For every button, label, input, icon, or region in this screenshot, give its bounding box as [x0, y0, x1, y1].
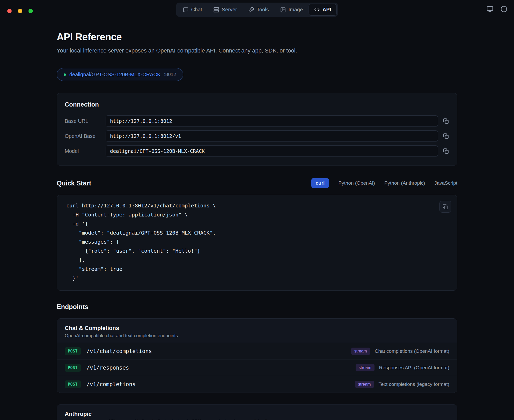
endpoint-group-header: Anthropic Anthropic Messages API — use w…: [57, 404, 457, 420]
base-url-field[interactable]: http://127.0.0.1:8012: [106, 115, 438, 127]
copy-icon: [443, 204, 448, 209]
connection-row-openai-base: OpenAI Base http://127.0.0.1:8012/v1: [65, 130, 449, 142]
endpoint-path: /v1/chat/completions: [86, 348, 152, 354]
chat-icon: [183, 7, 189, 13]
tab-label: Chat: [191, 7, 202, 13]
openai-base-label: OpenAI Base: [65, 133, 106, 139]
titlebar: Chat Server Tools Image API: [0, 0, 514, 19]
endpoint-description: Responses API (OpenAI format): [379, 365, 449, 371]
stream-badge: stream: [355, 381, 374, 388]
method-badge: POST: [65, 364, 81, 372]
copy-icon: [443, 133, 449, 139]
tab-tools[interactable]: Tools: [243, 4, 274, 16]
model-name: dealignai/GPT-OSS-120B-MLX-CRACK: [69, 72, 160, 78]
traffic-lights: [7, 9, 33, 13]
tab-image[interactable]: Image: [275, 4, 308, 16]
image-icon: [280, 7, 286, 13]
connection-row-base-url: Base URL http://127.0.0.1:8012: [65, 115, 449, 127]
copy-model-button[interactable]: [443, 148, 449, 154]
endpoint-group-description: Anthropic Messages API — use with Claude…: [65, 419, 449, 420]
endpoint-group-chat-completions: Chat & Completions OpenAI-compatible cha…: [57, 318, 457, 393]
main-nav: Chat Server Tools Image API: [176, 3, 338, 17]
method-badge: POST: [65, 347, 81, 355]
model-field[interactable]: dealignai/GPT-OSS-120B-MLX-CRACK: [106, 145, 438, 157]
minimize-window-button[interactable]: [18, 9, 22, 13]
tools-icon: [248, 7, 254, 13]
stream-badge: stream: [351, 348, 370, 355]
tab-javascript[interactable]: JavaScript: [434, 180, 457, 186]
tab-python-openai[interactable]: Python (OpenAI): [338, 180, 375, 186]
quick-start-header: Quick Start curl Python (OpenAI) Python …: [57, 178, 457, 188]
tab-label: Image: [288, 7, 303, 13]
tab-label: Tools: [257, 7, 269, 13]
page-subtitle: Your local inference server exposes an O…: [57, 47, 457, 54]
tab-server[interactable]: Server: [208, 4, 243, 16]
close-window-button[interactable]: [7, 9, 12, 13]
connection-card: Connection Base URL http://127.0.0.1:801…: [57, 93, 457, 166]
quick-start-language-tabs: curl Python (OpenAI) Python (Anthropic) …: [311, 178, 457, 188]
page-title: API Reference: [57, 32, 457, 43]
model-port: :8012: [164, 72, 176, 77]
method-badge: POST: [65, 380, 81, 388]
zoom-window-button[interactable]: [28, 9, 33, 13]
server-icon: [214, 7, 219, 13]
tab-label: Server: [222, 7, 237, 13]
titlebar-actions: [487, 6, 507, 13]
info-icon[interactable]: [501, 6, 507, 13]
endpoint-description: Chat completions (OpenAI format): [375, 348, 449, 354]
endpoint-path: /v1/responses: [86, 365, 129, 371]
connection-row-model: Model dealignai/GPT-OSS-120B-MLX-CRACK: [65, 145, 449, 157]
endpoint-group-description: OpenAI-compatible chat and text completi…: [65, 333, 449, 339]
stream-badge: stream: [356, 364, 375, 371]
endpoint-row-chat-completions: POST /v1/chat/completions stream Chat co…: [57, 343, 457, 359]
copy-icon: [443, 148, 449, 154]
code-block: curl http://127.0.0.1:8012/v1/chat/compl…: [66, 201, 448, 283]
copy-icon: [443, 118, 449, 124]
openai-base-field[interactable]: http://127.0.0.1:8012/v1: [106, 130, 438, 142]
endpoint-group-name: Anthropic: [65, 411, 449, 417]
endpoint-group-name: Chat & Completions: [65, 325, 449, 332]
model-badge[interactable]: dealignai/GPT-OSS-120B-MLX-CRACK :8012: [57, 68, 183, 81]
tab-curl[interactable]: curl: [311, 178, 329, 188]
copy-base-url-button[interactable]: [443, 118, 449, 124]
display-icon[interactable]: [487, 6, 493, 13]
copy-openai-base-button[interactable]: [443, 133, 449, 139]
tab-python-anthropic[interactable]: Python (Anthropic): [384, 180, 425, 186]
base-url-label: Base URL: [65, 118, 106, 124]
endpoint-group-anthropic: Anthropic Anthropic Messages API — use w…: [57, 404, 457, 420]
endpoints-title: Endpoints: [57, 303, 457, 311]
copy-code-button[interactable]: [439, 201, 451, 213]
quick-start-code-card: curl http://127.0.0.1:8012/v1/chat/compl…: [57, 195, 457, 291]
endpoint-group-header: Chat & Completions OpenAI-compatible cha…: [57, 319, 457, 343]
api-reference-page: API Reference Your local inference serve…: [57, 19, 457, 420]
code-icon: [314, 7, 320, 13]
tab-api[interactable]: API: [309, 4, 336, 16]
connection-title: Connection: [65, 101, 449, 108]
tab-label: API: [322, 7, 331, 13]
status-dot: [64, 73, 66, 76]
endpoint-description: Text completions (legacy format): [379, 381, 450, 387]
model-label: Model: [65, 148, 106, 154]
endpoint-row-completions: POST /v1/completions stream Text complet…: [57, 376, 457, 393]
endpoint-path: /v1/completions: [86, 381, 136, 387]
endpoint-row-responses: POST /v1/responses stream Responses API …: [57, 359, 457, 376]
tab-chat[interactable]: Chat: [178, 4, 208, 16]
quick-start-title: Quick Start: [57, 179, 91, 187]
